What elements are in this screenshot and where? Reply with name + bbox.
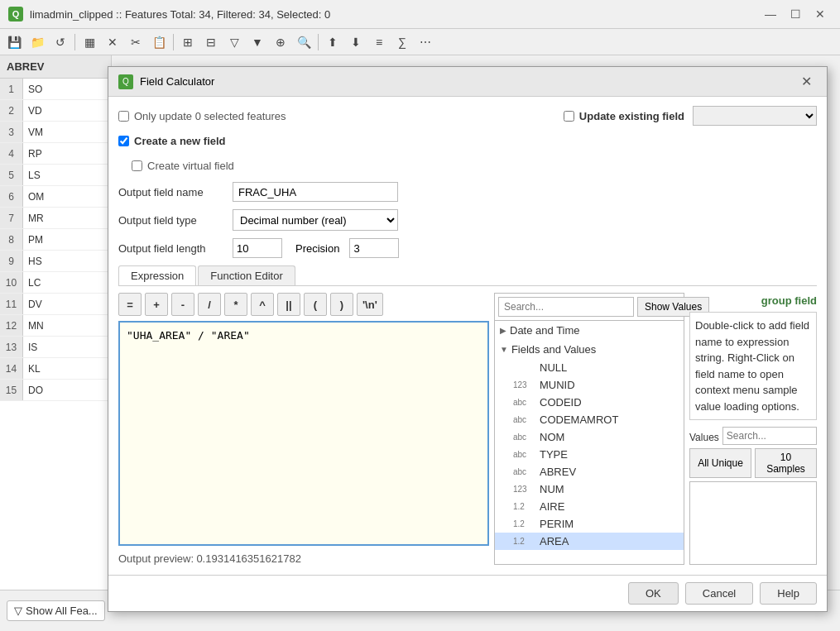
- update-existing-select[interactable]: [693, 106, 817, 126]
- func-item-aire[interactable]: 1.2 AIRE: [495, 498, 684, 515]
- func-type-badge: 1.2: [513, 519, 536, 528]
- func-group-datetime[interactable]: ▶ Date and Time: [495, 321, 684, 340]
- calc-minus[interactable]: -: [171, 293, 194, 316]
- app-icon: Q: [8, 7, 23, 22]
- precision-label: Precision: [295, 242, 339, 255]
- func-type-badge: 123: [513, 485, 536, 494]
- row-number: 13: [0, 337, 23, 357]
- calc-concat[interactable]: ||: [277, 293, 300, 316]
- toolbar-export[interactable]: ⬇: [345, 31, 367, 53]
- row-value: VM: [23, 127, 48, 138]
- row-number: 8: [0, 229, 23, 250]
- calc-open-paren[interactable]: (: [304, 293, 327, 316]
- values-search-input[interactable]: [722, 427, 817, 445]
- minimize-button[interactable]: —: [759, 4, 782, 24]
- maximize-button[interactable]: ☐: [784, 4, 807, 24]
- toolbar-open[interactable]: 📁: [26, 31, 48, 53]
- all-unique-button[interactable]: All Unique: [689, 448, 751, 478]
- toolbar-filter1[interactable]: ⊞: [177, 31, 199, 53]
- toolbar-separator-3: [318, 34, 319, 50]
- help-button[interactable]: Help: [760, 582, 817, 605]
- show-all-features-button[interactable]: ▽ Show All Fea...: [7, 600, 105, 621]
- calc-div[interactable]: /: [198, 293, 221, 316]
- func-type-badge: abc: [513, 415, 536, 424]
- group-field-label: group field: [689, 293, 817, 308]
- calc-buttons: = + - / * ^ || ( ) '\n': [118, 293, 489, 316]
- field-calculator-dialog: Q Field Calculator ✕ Only update 0 selec…: [108, 66, 828, 612]
- func-item-area[interactable]: 1.2 AREA: [495, 533, 684, 550]
- func-group-fields-values[interactable]: ▼ Fields and Values NULL 123 MUNID abc C…: [495, 340, 684, 550]
- func-item-munid[interactable]: 123 MUNID: [495, 376, 684, 394]
- table-header: ABREV: [0, 55, 111, 79]
- func-type-badge: 1.2: [513, 537, 536, 546]
- create-virtual-row: Create virtual field: [118, 156, 817, 174]
- output-field-length-row: Output field length Precision: [118, 237, 817, 259]
- dialog-close-button[interactable]: ✕: [795, 73, 817, 91]
- func-item-null[interactable]: NULL: [495, 359, 684, 376]
- row-number: 9: [0, 251, 23, 271]
- close-button[interactable]: ✕: [809, 4, 832, 24]
- toolbar-select[interactable]: ⊕: [270, 31, 291, 53]
- function-search-input[interactable]: [498, 297, 634, 317]
- toolbar-filter4[interactable]: ▼: [247, 31, 268, 53]
- func-item-codeid[interactable]: abc CODEID: [495, 394, 684, 411]
- only-update-checkbox[interactable]: [118, 111, 129, 122]
- toolbar-save[interactable]: 💾: [3, 31, 25, 53]
- calc-eq[interactable]: =: [118, 293, 142, 316]
- toolbar-import[interactable]: ⬆: [322, 31, 343, 53]
- func-item-abrev[interactable]: abc ABREV: [495, 463, 684, 480]
- calc-mul[interactable]: *: [224, 293, 247, 316]
- toolbar-copy[interactable]: 📋: [148, 31, 170, 53]
- only-update-row: Only update 0 selected features: [118, 107, 286, 125]
- ten-samples-button[interactable]: 10 Samples: [755, 448, 817, 478]
- toolbar-separator-1: [74, 34, 75, 50]
- output-field-length-input[interactable]: [233, 238, 282, 258]
- toolbar-table[interactable]: ▦: [79, 31, 100, 53]
- toolbar-zoom[interactable]: 🔍: [293, 31, 314, 53]
- output-field-name-row: Output field name: [118, 181, 817, 203]
- calc-pow[interactable]: ^: [251, 293, 274, 316]
- table-row: 14 KL: [0, 358, 111, 380]
- dialog-body: Only update 0 selected features Update e…: [108, 97, 827, 575]
- func-item-perim[interactable]: 1.2 PERIM: [495, 515, 684, 533]
- table-row: 6 OM: [0, 186, 111, 208]
- expression-textarea[interactable]: "UHA_AREA" / "AREA": [118, 321, 489, 546]
- row-value: OM: [23, 191, 49, 203]
- ok-button[interactable]: OK: [628, 582, 679, 605]
- func-item-type[interactable]: abc TYPE: [495, 446, 684, 463]
- calc-newline[interactable]: '\n': [357, 293, 383, 316]
- output-field-name-input[interactable]: [233, 182, 398, 202]
- toolbar-filter3[interactable]: ▽: [223, 31, 245, 53]
- row-value: PM: [23, 234, 48, 246]
- row-value: SO: [23, 84, 47, 95]
- toolbar-cut[interactable]: ✂: [125, 31, 146, 53]
- toolbar-more[interactable]: ⋯: [415, 31, 436, 53]
- toolbar-delete[interactable]: ✕: [102, 31, 123, 53]
- func-item-nom[interactable]: abc NOM: [495, 428, 684, 446]
- func-item-codemamrot[interactable]: abc CODEMAMROT: [495, 411, 684, 428]
- output-field-length-label: Output field length: [118, 242, 226, 255]
- create-new-field-checkbox[interactable]: [118, 136, 129, 146]
- func-item-num[interactable]: 123 NUM: [495, 480, 684, 498]
- toolbar-calc[interactable]: ≡: [368, 31, 390, 53]
- precision-input[interactable]: [349, 238, 399, 258]
- tab-expression[interactable]: Expression: [118, 265, 196, 285]
- create-new-field-row: Create a new field: [118, 131, 817, 150]
- cancel-button[interactable]: Cancel: [685, 582, 753, 605]
- row-number: 5: [0, 165, 23, 185]
- calc-plus[interactable]: +: [145, 293, 168, 316]
- update-existing-checkbox[interactable]: [564, 111, 574, 122]
- create-virtual-checkbox[interactable]: [132, 160, 142, 171]
- tab-function-editor[interactable]: Function Editor: [198, 265, 295, 285]
- main-window: Q limadmin_clipped :: Features Total: 34…: [0, 0, 840, 631]
- output-field-type-select[interactable]: Decimal number (real) Integer Text (stri…: [233, 209, 398, 231]
- toolbar-filter2[interactable]: ⊟: [200, 31, 222, 53]
- datetime-arrow-icon: ▶: [500, 326, 506, 335]
- calc-close-paren[interactable]: ): [330, 293, 353, 316]
- func-group-datetime-header[interactable]: ▶ Date and Time: [495, 321, 684, 340]
- func-group-fields-values-header[interactable]: ▼ Fields and Values: [495, 340, 684, 359]
- toolbar-refresh[interactable]: ↺: [50, 31, 71, 53]
- table-rows-container: 1 SO 2 VD 3 VM 4 RP 5 LS 6 OM 7 MR 8 PM …: [0, 79, 111, 401]
- table-row: 15 DO: [0, 380, 111, 401]
- toolbar-stats[interactable]: ∑: [391, 31, 413, 53]
